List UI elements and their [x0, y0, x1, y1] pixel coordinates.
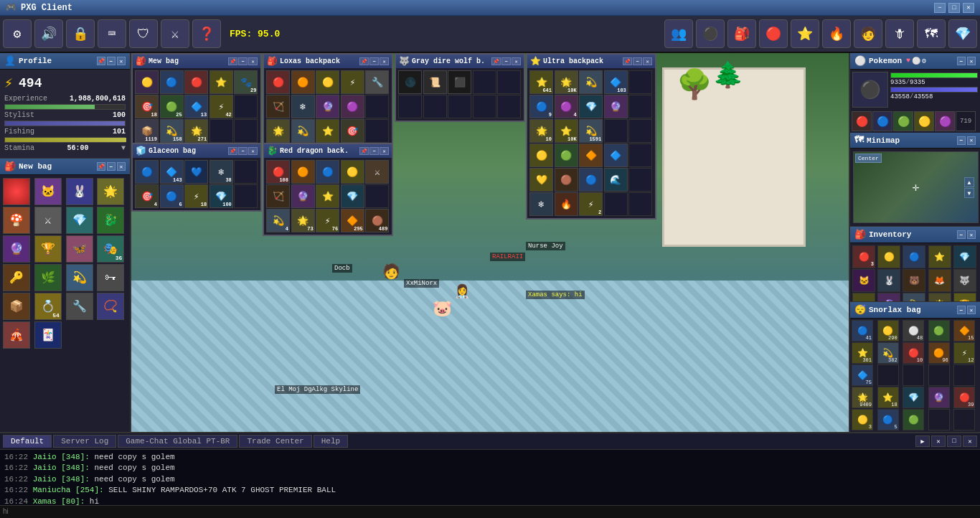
sub-item[interactable]: 🟢 — [928, 320, 950, 342]
item-slot[interactable]: ⭐10K — [555, 119, 578, 143]
item-slot[interactable]: 🟣 — [341, 95, 364, 118]
loxas-backpack-header[interactable]: 🎒 Loxas backpack 📌 − ✕ — [264, 55, 392, 68]
ultra-controls[interactable]: 📌 − ✕ — [623, 57, 652, 65]
item-slot[interactable]: 🔷 — [604, 143, 628, 167]
sub-item[interactable]: 🔵5 — [877, 409, 899, 430]
bag-item[interactable]: 🌿 — [34, 264, 62, 291]
item-slot[interactable]: 🔴 — [266, 70, 290, 94]
item-slot[interactable]: ❄ — [529, 192, 553, 216]
item-slot[interactable]: 🌟 — [266, 119, 290, 143]
bag-item[interactable]: 🃏 — [34, 321, 62, 349]
ultra-min[interactable]: − — [633, 57, 642, 65]
party-pokemon-1[interactable]: 🔴 — [852, 111, 872, 131]
glaceon-bag-min[interactable]: − — [238, 147, 248, 155]
bag-item[interactable]: 🗝 — [97, 264, 124, 291]
item-slot[interactable]: 🔧 — [365, 70, 389, 94]
inv-item[interactable]: ⚡ — [852, 293, 875, 301]
sub-item[interactable]: 🔮 — [928, 387, 950, 408]
item-slot[interactable]: 🔵9 — [529, 95, 553, 118]
reddragon-controls[interactable]: 📌 − ✕ — [359, 147, 389, 155]
snorlax-close-btn[interactable]: ✕ — [967, 306, 976, 314]
item-slot[interactable]: 🎯 — [341, 119, 364, 143]
item-slot[interactable]: 🔵 — [316, 160, 339, 184]
help-circle-icon[interactable]: ❓ — [192, 19, 221, 48]
item-slot[interactable]: 💎100 — [209, 184, 233, 208]
item-slot[interactable]: 💎 — [341, 184, 364, 208]
item-slot[interactable]: 🟠 — [291, 160, 315, 184]
loxas-pin[interactable]: 📌 — [359, 57, 369, 65]
minimize-button[interactable]: − — [934, 3, 946, 13]
item-slot[interactable]: 💎 — [579, 95, 603, 118]
title-bar-controls[interactable]: − □ ✕ — [934, 3, 974, 13]
ultra-close[interactable]: ✕ — [643, 57, 652, 65]
item-slot[interactable]: ⭐ — [209, 70, 233, 94]
glaceon-bag-controls[interactable]: 📌 − ✕ — [228, 147, 258, 155]
bag-item[interactable]: 💍54 — [34, 293, 62, 320]
item-slot[interactable]: ⚡18 — [184, 184, 208, 208]
item-slot[interactable]: 🌟10K — [555, 70, 578, 94]
item-slot[interactable]: 🌊 — [604, 168, 628, 192]
inv-item[interactable]: 🐰 — [877, 269, 900, 292]
sub-item[interactable]: 🔴39 — [953, 387, 975, 408]
item-slot[interactable]: 🟠 — [291, 70, 315, 94]
item-slot[interactable]: 🎯18 — [135, 95, 159, 118]
inv-item[interactable]: 🐻 — [903, 269, 925, 292]
ultra-pin[interactable]: 📌 — [623, 57, 632, 65]
lock-icon[interactable]: 🔒 — [66, 19, 95, 48]
bag-item[interactable]: 🎭36 — [97, 235, 124, 263]
item-slot[interactable]: 🌟10 — [529, 119, 553, 143]
sub-item[interactable]: ⚡12 — [953, 342, 975, 364]
inv-item[interactable]: 🌟 — [928, 293, 951, 301]
item-slot[interactable]: 💫 — [579, 70, 603, 94]
tab-trade-center[interactable]: Trade Center — [239, 435, 311, 448]
loxas-controls[interactable]: 📌 − ✕ — [359, 57, 389, 65]
item-slot[interactable]: ⚡2 — [579, 192, 603, 216]
gray-wolf-close[interactable]: ✕ — [512, 57, 521, 65]
sub-item[interactable]: 🔶15 — [953, 320, 975, 342]
sub-item[interactable]: 🟠96 — [928, 342, 950, 364]
minimap-min-btn[interactable]: − — [957, 136, 966, 145]
chat-play-btn[interactable]: ▶ — [915, 435, 930, 447]
item-slot[interactable]: 🌟73 — [291, 209, 315, 232]
item-slot[interactable]: ⭐ — [316, 119, 339, 143]
item-slot[interactable]: ❄38 — [209, 160, 233, 184]
glaceon-bag-header[interactable]: 🧊 Glaceon bag 📌 − ✕ — [133, 144, 260, 158]
sub-item[interactable]: 🌟9409 — [852, 387, 873, 408]
item-slot[interactable]: 🔷13 — [184, 95, 208, 118]
item-slot[interactable]: 💫158 — [160, 119, 184, 143]
item-slot[interactable]: 🔷143 — [160, 160, 184, 184]
profile-close-btn[interactable]: ✕ — [117, 57, 126, 65]
bag-item[interactable]: 🏆 — [34, 235, 62, 263]
item-slot[interactable]: 🟤489 — [365, 209, 389, 232]
pokeball2-icon[interactable]: 🔴 — [759, 19, 788, 48]
profile-controls[interactable]: 📌 − ✕ — [97, 57, 126, 65]
minimap-down-btn[interactable]: ▼ — [964, 188, 974, 198]
bag-item[interactable]: 🦋 — [66, 235, 93, 263]
gray-wolf-min[interactable]: − — [501, 57, 511, 65]
item-slot[interactable]: 🔵 — [160, 70, 184, 94]
minimap-up-btn[interactable]: ▲ — [964, 177, 974, 187]
item-slot[interactable]: 🟣4 — [555, 95, 578, 118]
star-icon[interactable]: ⭐ — [791, 19, 819, 48]
item-slot[interactable]: 🔥 — [555, 192, 578, 216]
item-slot[interactable]: ⚡76 — [316, 209, 339, 232]
mew-bag-controls[interactable]: 📌 − ✕ — [228, 57, 258, 65]
loxas-close[interactable]: ✕ — [380, 57, 389, 65]
chat-expand-btn[interactable]: □ — [947, 435, 961, 447]
tab-default[interactable]: Default — [3, 435, 52, 448]
bag-item[interactable]: 🐰 — [66, 178, 93, 205]
item-slot[interactable]: 🔵 — [135, 160, 159, 184]
sub-item[interactable]: 💎 — [903, 387, 924, 408]
inv-item[interactable]: 🐱 — [852, 269, 875, 292]
inv-item[interactable]: 🐺 — [953, 269, 976, 292]
item-slot[interactable]: 🔮 — [316, 95, 339, 118]
bag-item[interactable]: 🔧 — [66, 293, 93, 320]
profile-pin-btn[interactable]: 📌 — [97, 57, 105, 65]
reddragon-pin[interactable]: 📌 — [359, 147, 369, 155]
maximize-button[interactable]: □ — [948, 3, 960, 13]
item-slot[interactable]: 🔮 — [291, 184, 315, 208]
chat-input[interactable] — [3, 507, 977, 515]
sub-item[interactable]: ⭐301 — [852, 342, 873, 364]
mew-bag-pin[interactable]: 📌 — [228, 57, 237, 65]
item-slot[interactable]: 🔴 — [184, 70, 208, 94]
